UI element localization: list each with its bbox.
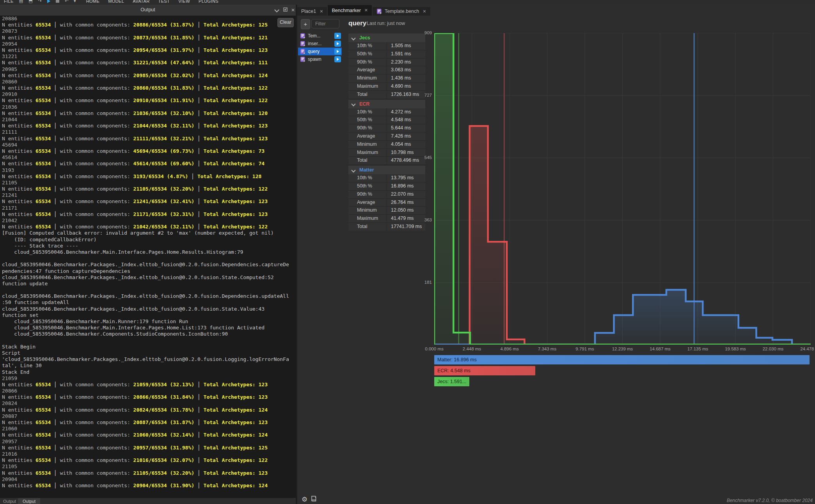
output-console[interactable]: 20886N entities 65534 │ with common comp… [0,16,296,498]
console-error-line: ---- Stack trace ---- [0,243,296,249]
console-number-line: 21060 [0,426,296,432]
tab-close-icon[interactable]: ✕ [364,8,368,13]
console-error-line: [Fusion] Computed callback error: invali… [0,230,296,236]
script-icon [376,9,382,14]
console-log-line: N entities 65534 │ with common component… [0,123,296,129]
x-tick-label: 24.478 ms [793,347,815,351]
console-log-line: N entities 65534 │ with common component… [0,47,296,53]
stat-row: Maximum4.690 ms [348,83,425,91]
script-icon [300,49,306,55]
console-error-line: cloud_5853950046.Benchmarker.Packages._I… [0,274,296,281]
docs-book-icon[interactable] [311,495,317,504]
stat-row: 50th %16.896 ms [348,182,425,191]
caret-down-icon[interactable]: ▾ [74,0,76,4]
ribbon-tab-avatar[interactable]: AVATAR [133,0,149,4]
y-tick-label: 909 [408,30,432,35]
add-benchmark-button[interactable]: + [301,19,310,29]
legend-bar-matter: Matter: 16.896 ms [434,355,810,364]
play-icon[interactable] [47,0,50,3]
dock-icon[interactable] [282,7,288,13]
console-number-line: 20824 [0,400,296,407]
console-log-line: N entities 65534 │ with common component… [0,85,296,91]
studio-window: FILE ▤ ⬒ ↷ ↶ ▾ HOMEMODELAVATARTESTVIEWPL… [0,0,815,504]
x-tick-label: 7.343 ms [530,347,565,351]
output-tab[interactable]: Output [18,498,40,504]
console-log-line: N entities 65534 │ with common component… [0,35,296,41]
run-benchmark-button[interactable] [334,56,341,62]
console-log-line: N entities 65534 │ with common component… [0,457,296,463]
console-number-line: 20860 [0,79,296,85]
redo-icon[interactable]: ↷ [38,0,42,4]
x-tick-label: 0.000 ms [417,347,452,351]
settings-gear-icon[interactable]: ⚙ [302,496,307,504]
benchmark-item-query[interactable]: query [298,48,342,55]
console-log-line: N entities 65534 │ with common component… [0,148,296,154]
filter-input[interactable]: Filter [311,19,339,28]
console-log-line: N entities 65534 │ with common component… [0,60,296,66]
console-error-line [0,338,296,344]
tab-close-icon[interactable]: ✕ [423,9,426,14]
console-number-line: 21036 [0,104,296,110]
ribbon-tab-model[interactable]: MODEL [108,0,124,4]
run-benchmark-button[interactable] [334,33,341,39]
output-panel-header: Output ✕ [0,5,296,16]
x-tick-label: 22.030 ms [756,347,791,351]
close-icon[interactable]: ✕ [290,7,296,13]
benchmark-item-spawn[interactable]: spawn [298,55,342,63]
undo-icon[interactable]: ↶ [65,0,68,4]
stats-section-header-ecr[interactable]: ECR [348,100,425,108]
console-error-line: cloud_5853950046.Benchmarker.Components.… [0,331,296,337]
console-number-line: 31221 [0,53,296,60]
tab-close-icon[interactable]: ✕ [320,9,323,14]
console-number-line: 20887 [0,413,296,419]
console-error-line: 'cloud_5853950046.Benchmarker.Packages._… [0,356,296,363]
file-menu[interactable]: FILE [4,0,14,4]
y-tick-label: 181 [408,280,432,285]
console-log-line: N entities 65534 │ with common component… [0,173,296,180]
console-number-line: 20866 [0,388,296,394]
console-log-line: N entities 65534 │ with common component… [0,22,296,28]
doc-tab-template-bench[interactable]: Template.bench✕ [373,7,430,16]
script-icon [300,33,306,39]
collapse-chevron-icon[interactable] [273,7,280,13]
console-number-line: 21044 [0,117,296,123]
run-benchmark-button[interactable] [334,41,341,47]
stat-row: Minimum4.054 ms [348,141,425,149]
console-error-line: Stack End [0,369,296,375]
ribbon-tab-plugins[interactable]: PLUGINS [199,0,218,4]
doc-tab-place1[interactable]: Place1✕ [297,7,327,16]
console-log-line: N entities 65534 │ with common component… [0,161,296,167]
console-error-line: Stack Begin [0,344,296,350]
run-benchmark-button[interactable] [334,48,341,55]
doc-tab-benchmarker[interactable]: Benchmarker✕ [328,5,372,16]
ribbon-tab-view[interactable]: VIEW [178,0,190,4]
benchmark-item-Tem[interactable]: Tem... [298,32,342,40]
benchmark-item-inser[interactable]: inser... [298,40,342,48]
console-error-line: Script [0,350,296,356]
paste-icon[interactable]: ▤ [19,0,23,4]
stats-section-header-matter[interactable]: Matter [348,166,425,174]
clear-button[interactable]: Clear [277,18,294,27]
save-icon[interactable]: ⬒ [28,0,32,4]
console-log-line: N entities 65534 │ with common component… [0,483,296,489]
stat-row: Minimum12.050 ms [348,207,425,215]
ribbon-tab-test[interactable]: TEST [158,0,170,4]
console-log-line: N entities 65534 │ with common component… [0,407,296,413]
console-number-line: 21059 [0,375,296,382]
ribbon-tab-home[interactable]: HOME [86,0,100,4]
console-number-line: 21105 [0,180,296,186]
histogram-chart [434,33,811,345]
console-error-line: :50 function updateAll [0,299,296,306]
console-number-line: 20985 [0,66,296,73]
stop-icon[interactable] [56,0,59,3]
x-tick-label: 9.791 ms [567,347,602,351]
console-number-line: 20910 [0,91,296,97]
stat-row: 10th %4.272 ms [348,108,425,117]
console-error-line: function update [0,281,296,287]
console-log-line: N entities 65534 │ with common component… [0,211,296,218]
x-tick-label: 2.448 ms [455,347,490,351]
benchmarker-panel: + Filter Tem...inser...queryspawn query … [297,16,815,504]
console-log-line: N entities 65534 │ with common component… [0,198,296,205]
stat-row: Average3.063 ms [348,66,425,74]
stats-tables: Jecs10th %1.505 ms50th %1.591 ms90th %2.… [348,33,425,231]
